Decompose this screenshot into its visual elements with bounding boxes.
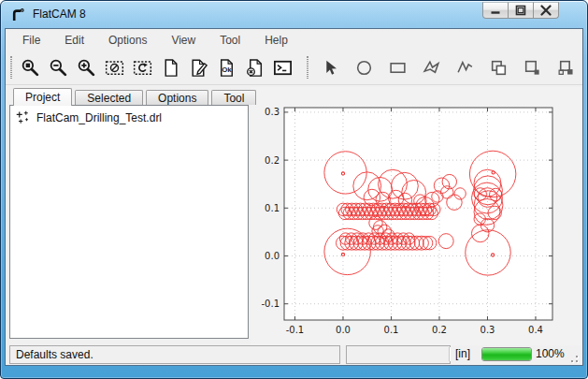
polygon-tool-icon [422, 58, 441, 78]
window-controls [483, 2, 559, 19]
polygon-tool-button[interactable] [418, 54, 444, 80]
app-icon [11, 7, 26, 22]
statusbar-separator [449, 347, 451, 361]
array-objects-button[interactable] [552, 54, 579, 80]
rectangle-tool-button[interactable] [384, 54, 410, 80]
status-aux-panel [346, 345, 451, 364]
delete-object-button[interactable] [241, 54, 267, 80]
new-project-button[interactable] [157, 54, 183, 80]
svg-text:Ok: Ok [222, 65, 232, 73]
resize-grip[interactable] [566, 351, 578, 362]
circle-tool-button[interactable] [351, 54, 377, 80]
menu-item-file[interactable]: File [10, 31, 52, 50]
array-objects-icon [556, 58, 576, 78]
shell-button[interactable] [269, 54, 295, 80]
window-frame: FlatCAM 8 FileEditOptionsViewToolHelp Ok [0, 0, 588, 379]
clear-plot-icon [105, 58, 124, 78]
tab-options[interactable]: Options [146, 90, 208, 105]
statusbar: Defaults saved. [in] 100% [6, 344, 582, 364]
progress-bar [481, 347, 532, 361]
x-tick-label: 0.4 [528, 325, 543, 335]
path-tool-button[interactable] [452, 54, 478, 80]
close-icon [539, 5, 552, 16]
y-tick-label: 0.2 [265, 155, 280, 166]
y-tick-label: 0.1 [265, 203, 280, 213]
status-message-panel: Defaults saved. [9, 345, 340, 364]
copy-objects-button[interactable] [485, 54, 511, 80]
x-tick-label: 0.3 [480, 325, 495, 335]
status-message: Defaults saved. [16, 348, 93, 361]
plot-figure: -0.10.00.10.20.30.4-0.10.00.10.20.3 [251, 87, 581, 345]
tab-tool[interactable]: Tool [211, 90, 256, 105]
y-tick-label: -0.1 [261, 299, 280, 309]
toolbar-handle[interactable] [10, 56, 12, 79]
plot-canvas[interactable]: -0.10.00.10.20.30.4-0.10.00.10.20.3 [251, 87, 581, 345]
move-objects-button[interactable] [519, 54, 545, 80]
toolbar-handle[interactable] [307, 56, 308, 79]
rectangle-tool-icon [388, 58, 408, 78]
maximize-button[interactable] [508, 2, 534, 19]
zoom-in-button[interactable] [73, 54, 99, 80]
circle-tool-icon [354, 58, 374, 78]
open-project-icon [189, 58, 208, 78]
clear-plot-button[interactable] [101, 54, 127, 80]
units-label: [in] [455, 347, 470, 360]
tree-item-label: FlatCam_Drilling_Test.drl [36, 111, 162, 124]
select-tool-icon [321, 58, 340, 78]
menubar: FileEditOptionsViewToolHelp [6, 29, 582, 51]
move-objects-icon [523, 58, 542, 78]
titlebar[interactable]: FlatCAM 8 [1, 1, 587, 28]
new-project-icon [161, 58, 180, 78]
path-tool-icon [455, 58, 475, 78]
zoom-fit-button[interactable] [17, 54, 43, 80]
progress-percent-label: 100% [536, 347, 565, 360]
save-project-icon: Ok [217, 58, 237, 78]
menu-item-edit[interactable]: Edit [52, 31, 96, 50]
y-tick-label: 0.3 [265, 107, 280, 117]
x-tick-label: 0.2 [432, 325, 447, 335]
minimize-icon [489, 5, 502, 16]
x-tick-label: -0.1 [286, 325, 305, 335]
tab-selected[interactable]: Selected [75, 90, 143, 105]
tree-item[interactable]: FlatCam_Drilling_Test.drl [10, 106, 248, 124]
open-project-button[interactable] [185, 54, 211, 80]
axes-background [284, 108, 552, 320]
zoom-out-button[interactable] [45, 54, 71, 80]
replot-icon [133, 58, 152, 78]
x-tick-label: 0.1 [384, 325, 399, 335]
zoom-in-icon [77, 58, 96, 78]
menu-item-help[interactable]: Help [252, 31, 300, 50]
close-button[interactable] [533, 2, 559, 19]
delete-object-icon [245, 58, 265, 78]
zoom-fit-icon [21, 58, 40, 78]
tab-project[interactable]: Project [13, 88, 72, 106]
select-tool-button[interactable] [317, 54, 343, 80]
tab-bar: ProjectSelectedOptionsTool [13, 87, 259, 105]
toolbar-group-plot: Ok [17, 54, 297, 80]
shell-icon [273, 58, 293, 78]
replot-button[interactable] [129, 54, 155, 80]
window-title: FlatCAM 8 [33, 7, 86, 21]
project-tree[interactable]: FlatCam_Drilling_Test.drl [9, 105, 249, 339]
maximize-icon [514, 5, 527, 16]
minimize-button[interactable] [482, 2, 509, 19]
x-tick-label: 0.0 [336, 325, 351, 335]
save-project-button[interactable]: Ok [213, 54, 239, 80]
flatcam-window: FlatCAM 8 FileEditOptionsViewToolHelp Ok [0, 0, 588, 379]
menu-item-options[interactable]: Options [96, 31, 159, 50]
copy-objects-icon [489, 58, 509, 78]
menu-item-tool[interactable]: Tool [208, 31, 252, 50]
menu-item-view[interactable]: View [159, 31, 208, 50]
progress-bar-fill [482, 348, 531, 360]
y-tick-label: 0.0 [265, 251, 280, 261]
zoom-out-icon [49, 58, 68, 78]
drill-points-icon [16, 110, 30, 124]
client-area: FileEditOptionsViewToolHelp Ok ProjectSe… [5, 28, 583, 366]
toolbar-group-editor [317, 54, 586, 80]
toolbar: Ok [6, 51, 582, 85]
